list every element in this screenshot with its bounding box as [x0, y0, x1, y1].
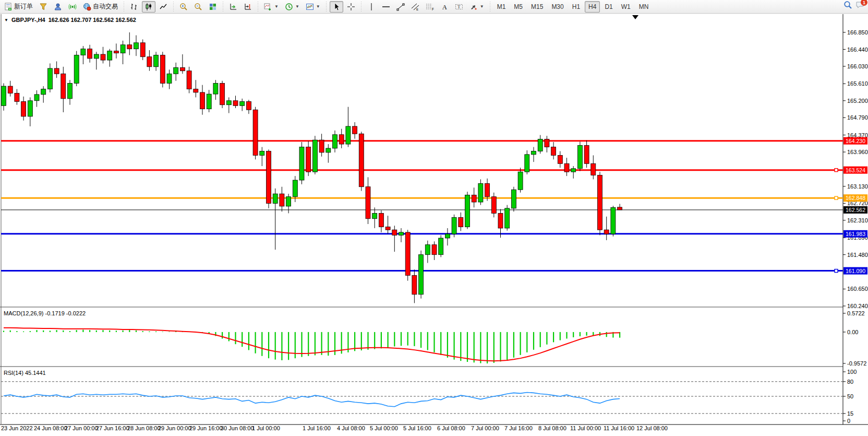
- candle-body[interactable]: [545, 139, 549, 147]
- timeframe-h1[interactable]: H1: [569, 1, 584, 13]
- candle-body[interactable]: [94, 54, 99, 58]
- candle-body[interactable]: [107, 51, 112, 60]
- candle-body[interactable]: [74, 55, 79, 84]
- candle-body[interactable]: [432, 245, 437, 255]
- indicators-button[interactable]: ▼: [261, 1, 281, 13]
- candle-body[interactable]: [604, 230, 609, 234]
- candle-body[interactable]: [81, 49, 86, 55]
- candle-body[interactable]: [505, 208, 510, 228]
- fibonacci-button[interactable]: F: [423, 1, 437, 13]
- candle-body[interactable]: [558, 155, 562, 163]
- candle-body[interactable]: [538, 139, 542, 151]
- candle-body[interactable]: [120, 45, 125, 53]
- candle-body[interactable]: [339, 135, 344, 144]
- new-order-button[interactable]: 新订单: [2, 1, 35, 13]
- candle-body[interactable]: [8, 86, 13, 93]
- chevron-down-icon[interactable]: ▼: [480, 4, 484, 9]
- candle-body[interactable]: [518, 172, 523, 190]
- candle-body[interactable]: [452, 217, 456, 234]
- tile-windows-button[interactable]: [206, 1, 220, 13]
- candle-body[interactable]: [54, 68, 59, 74]
- text-button[interactable]: A: [438, 1, 451, 13]
- chevron-down-icon[interactable]: ▼: [295, 4, 299, 9]
- candle-body[interactable]: [260, 151, 264, 156]
- candle-body[interactable]: [333, 135, 337, 148]
- candle-body[interactable]: [213, 84, 218, 95]
- bar-chart-button[interactable]: [127, 1, 141, 13]
- candle-body[interactable]: [101, 54, 105, 60]
- timeframe-m1[interactable]: M1: [493, 1, 510, 13]
- candle-body[interactable]: [571, 169, 576, 172]
- level-line-handle[interactable]: [835, 169, 838, 172]
- community-button[interactable]: [51, 1, 65, 13]
- candle-body[interactable]: [359, 134, 364, 186]
- candle-body[interactable]: [280, 194, 284, 206]
- timeframe-h4[interactable]: H4: [585, 1, 600, 13]
- candle-body[interactable]: [346, 126, 351, 144]
- candle-body[interactable]: [41, 89, 46, 95]
- candle-body[interactable]: [240, 101, 245, 105]
- candle-body[interactable]: [459, 217, 463, 227]
- candle-body[interactable]: [226, 101, 231, 105]
- chevron-down-icon[interactable]: ▼: [274, 4, 279, 9]
- timeframe-m15[interactable]: M15: [527, 1, 547, 13]
- chart-area[interactable]: 166.850166.440166.030165.610165.200164.7…: [0, 14, 868, 436]
- candle-body[interactable]: [306, 147, 311, 172]
- zoom-in-button[interactable]: [177, 1, 190, 13]
- cursor-button[interactable]: [330, 1, 343, 13]
- candle-body[interactable]: [491, 197, 496, 214]
- candle-body[interactable]: [28, 101, 32, 116]
- candle-body[interactable]: [127, 45, 132, 49]
- candle-body[interactable]: [439, 238, 443, 255]
- candle-body[interactable]: [2, 86, 6, 105]
- funnel-button[interactable]: [37, 1, 50, 13]
- candle-body[interactable]: [618, 207, 622, 210]
- candle-body[interactable]: [465, 195, 470, 227]
- candle-body[interactable]: [220, 84, 225, 105]
- candle-body[interactable]: [273, 194, 278, 203]
- candle-body[interactable]: [200, 92, 205, 109]
- candle-body[interactable]: [525, 155, 529, 172]
- candle-body[interactable]: [293, 180, 297, 197]
- candle-body[interactable]: [286, 197, 291, 206]
- candle-body[interactable]: [34, 95, 39, 101]
- level-line-handle[interactable]: [835, 269, 838, 273]
- horizontal-line-button[interactable]: [379, 1, 393, 13]
- candle-body[interactable]: [267, 151, 271, 204]
- timeframe-d1[interactable]: D1: [601, 1, 616, 13]
- channel-button[interactable]: E: [408, 1, 422, 13]
- candle-body[interactable]: [584, 145, 589, 163]
- chevron-down-icon[interactable]: ▼: [316, 4, 320, 9]
- candle-body[interactable]: [511, 190, 516, 208]
- chat-button[interactable]: 1: [855, 1, 865, 11]
- candle-body[interactable]: [611, 207, 616, 234]
- crosshair-button[interactable]: [344, 1, 358, 13]
- candle-body[interactable]: [147, 57, 152, 67]
- templates-button[interactable]: ▼: [303, 1, 323, 13]
- zoom-out-button[interactable]: [191, 1, 205, 13]
- trendline-button[interactable]: [394, 1, 407, 13]
- candle-body[interactable]: [134, 43, 139, 49]
- arrows-button[interactable]: ▼: [467, 1, 487, 13]
- candle-body[interactable]: [299, 147, 304, 180]
- candle-body[interactable]: [532, 151, 536, 155]
- signals-button[interactable]: [66, 1, 79, 13]
- candle-body[interactable]: [591, 163, 596, 175]
- candle-body[interactable]: [312, 140, 317, 172]
- candle-body[interactable]: [47, 68, 52, 89]
- candle-body[interactable]: [88, 49, 92, 58]
- candle-body[interactable]: [180, 67, 185, 70]
- candle-body[interactable]: [392, 230, 397, 235]
- autotrading-button[interactable]: 自动交易: [80, 1, 120, 13]
- timeframe-w1[interactable]: W1: [618, 1, 634, 13]
- candle-body[interactable]: [485, 183, 490, 196]
- candle-body[interactable]: [61, 74, 66, 99]
- candle-body[interactable]: [140, 43, 145, 57]
- candle-body[interactable]: [385, 227, 390, 230]
- candle-body[interactable]: [233, 101, 238, 106]
- candle-body[interactable]: [194, 89, 198, 92]
- candle-body[interactable]: [167, 74, 172, 83]
- timeframe-m5[interactable]: M5: [510, 1, 526, 13]
- candlestick-chart-button[interactable]: [142, 1, 155, 13]
- candle-body[interactable]: [598, 175, 602, 230]
